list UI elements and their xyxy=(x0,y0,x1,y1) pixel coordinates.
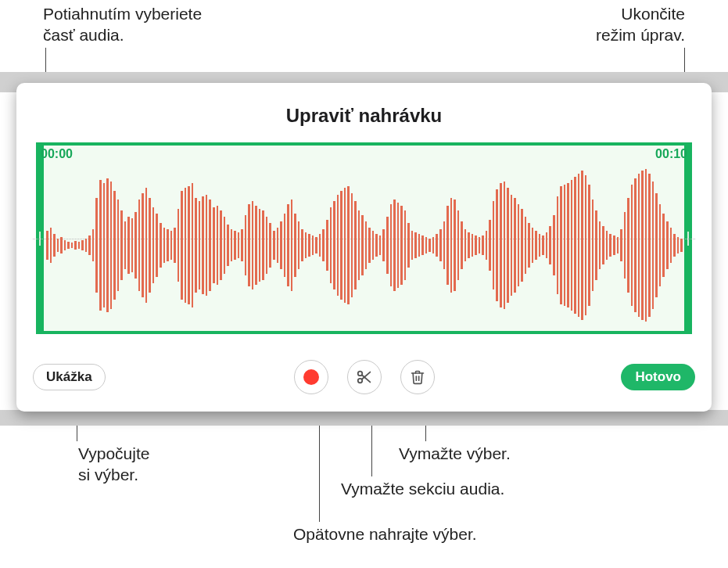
delete-button[interactable] xyxy=(400,360,435,394)
waveform-bar xyxy=(436,234,438,256)
waveform-bar xyxy=(571,180,573,310)
waveform-bar xyxy=(160,223,162,268)
waveform-bar xyxy=(134,212,137,279)
waveform-bar xyxy=(284,214,286,277)
waveform-bar xyxy=(354,201,357,290)
waveform-bar xyxy=(337,195,339,297)
waveform-bar xyxy=(85,239,88,251)
waveform-bar xyxy=(468,232,470,257)
waveform-bar xyxy=(149,198,151,293)
edit-recording-panel: Upraviť nahrávku 00:00 00:10 Ukážka xyxy=(16,83,712,412)
waveform-bar xyxy=(195,198,197,293)
waveform-bar xyxy=(595,210,597,280)
waveform-bar xyxy=(209,200,211,292)
done-button[interactable]: Hotovo xyxy=(621,364,695,390)
waveform-bar xyxy=(567,183,569,307)
waveform[interactable] xyxy=(45,166,683,325)
waveform-bar xyxy=(553,215,555,275)
waveform-bar xyxy=(241,229,243,261)
callout-exit-edit: Ukončiterežim úprav. xyxy=(596,4,685,46)
waveform-bar xyxy=(368,228,371,263)
waveform-bar xyxy=(305,232,307,257)
cut-button[interactable] xyxy=(347,360,382,394)
waveform-bar xyxy=(652,182,654,308)
waveform-bar xyxy=(74,241,77,249)
waveform-bar xyxy=(386,217,389,274)
waveform-bar xyxy=(677,237,680,253)
waveform-bar xyxy=(131,218,134,272)
waveform-bar xyxy=(617,237,619,253)
waveform-bar xyxy=(269,223,271,268)
timecode-start: 00:00 xyxy=(41,147,73,161)
waveform-bar xyxy=(581,171,583,320)
waveform-bar xyxy=(344,188,346,302)
waveform-bar xyxy=(92,229,95,261)
waveform-bar xyxy=(266,217,268,274)
waveform-bar xyxy=(88,235,91,254)
waveform-bar xyxy=(220,210,222,280)
waveform-bar xyxy=(638,174,640,317)
waveform-bar xyxy=(156,214,158,277)
toolbar: Ukážka Hotovo xyxy=(16,360,712,394)
waveform-bar xyxy=(322,229,325,261)
waveform-bar xyxy=(425,237,428,253)
waveform-bar xyxy=(333,201,335,290)
waveform-bar xyxy=(457,210,460,280)
waveform-bar xyxy=(521,209,523,282)
waveform-bar xyxy=(95,198,98,293)
waveform-bar xyxy=(138,200,141,292)
waveform-bar xyxy=(588,185,590,305)
waveform-bar xyxy=(361,215,364,275)
waveform-bar xyxy=(199,201,201,290)
waveform-bar xyxy=(578,174,580,317)
waveform-bar xyxy=(206,195,208,297)
waveform-bar xyxy=(174,228,176,263)
preview-button[interactable]: Ukážka xyxy=(33,364,106,390)
record-icon xyxy=(303,369,319,385)
waveform-bar xyxy=(648,174,651,317)
waveform-area[interactable]: 00:00 00:10 xyxy=(33,142,695,334)
waveform-bar xyxy=(525,217,527,274)
waveform-bar xyxy=(106,178,109,312)
waveform-bar xyxy=(414,232,417,257)
waveform-bar xyxy=(81,240,84,250)
waveform-bar xyxy=(110,182,113,308)
waveform-bar xyxy=(227,225,229,266)
waveform-bar xyxy=(188,186,190,304)
center-tools xyxy=(294,360,435,394)
waveform-bar xyxy=(347,186,350,304)
waveform-bar xyxy=(287,204,289,287)
waveform-bar xyxy=(489,220,491,271)
waveform-bar xyxy=(312,235,314,254)
waveform-bar xyxy=(64,240,66,250)
waveform-bar xyxy=(421,235,424,254)
waveform-bar xyxy=(475,235,477,254)
waveform-bar xyxy=(397,203,400,289)
waveform-bar xyxy=(539,234,541,256)
waveform-bar xyxy=(507,188,509,302)
waveform-bar xyxy=(602,226,604,264)
waveform-bar xyxy=(432,237,435,253)
waveform-bar xyxy=(446,206,449,286)
waveform-bar xyxy=(496,189,498,300)
waveform-bar xyxy=(390,204,393,287)
waveform-bar xyxy=(379,235,382,254)
waveform-bar xyxy=(213,207,215,283)
waveform-bar xyxy=(429,239,431,251)
shadow-band-bottom xyxy=(0,410,728,426)
waveform-bar xyxy=(549,226,551,264)
waveform-bar xyxy=(532,228,534,263)
panel-title: Upraviť nahrávku xyxy=(16,83,712,127)
waveform-bar xyxy=(486,231,488,260)
waveform-bar xyxy=(99,180,102,310)
waveform-bar xyxy=(78,242,81,248)
record-button[interactable] xyxy=(294,360,328,394)
waveform-bar xyxy=(192,183,194,307)
waveform-bar xyxy=(662,214,665,277)
waveform-bar xyxy=(117,200,120,292)
waveform-bar xyxy=(330,207,332,283)
waveform-bar xyxy=(124,221,127,269)
waveform-bar xyxy=(546,232,548,257)
waveform-bar xyxy=(472,234,474,256)
waveform-bar xyxy=(542,235,544,254)
